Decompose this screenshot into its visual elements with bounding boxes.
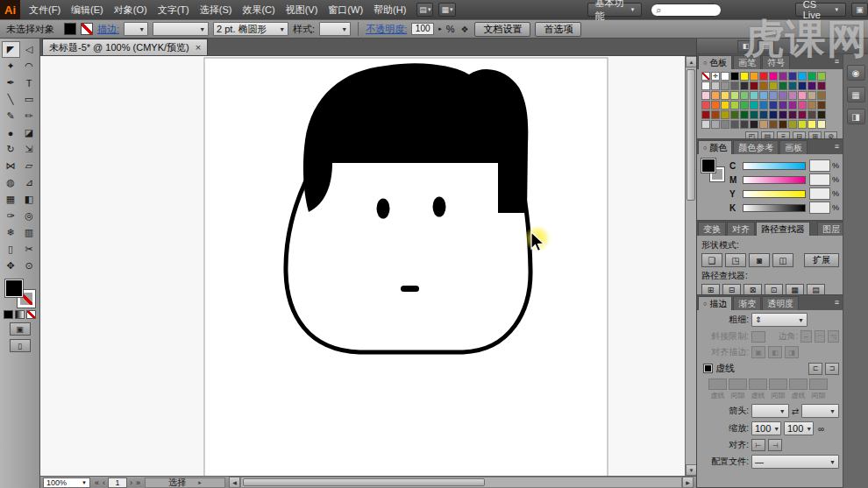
- dock-list-icon[interactable]: ▤: [758, 40, 774, 53]
- swatch[interactable]: [759, 72, 768, 81]
- swatch[interactable]: [779, 81, 787, 90]
- swatch[interactable]: [701, 110, 710, 119]
- slice-tool[interactable]: ✂: [20, 241, 39, 258]
- pencil-tool[interactable]: ✏: [20, 108, 39, 124]
- tab-color-guide[interactable]: 颜色参考: [733, 140, 779, 154]
- tab-symbols[interactable]: 符号: [762, 55, 790, 69]
- none-mode-button[interactable]: [26, 310, 36, 319]
- swatch[interactable]: [788, 81, 797, 90]
- scroll-right-icon[interactable]: ▶: [682, 477, 694, 488]
- type-tool[interactable]: T: [20, 74, 39, 91]
- swatch-libraries-icon[interactable]: ◰: [745, 131, 758, 138]
- swatch[interactable]: [798, 81, 807, 90]
- swatch[interactable]: [750, 72, 758, 81]
- swatch[interactable]: [798, 110, 807, 119]
- swatch[interactable]: [721, 81, 729, 90]
- swatch[interactable]: [711, 120, 720, 129]
- collapsed-panel-icon-3[interactable]: ◨: [847, 109, 865, 124]
- dash-value-field[interactable]: [789, 378, 808, 390]
- swatch[interactable]: [779, 101, 787, 110]
- new-swatch-icon[interactable]: ⊞: [808, 131, 822, 138]
- swatch[interactable]: [798, 101, 807, 110]
- swatch[interactable]: [798, 91, 807, 100]
- swatch[interactable]: ✛: [711, 72, 720, 81]
- eraser-tool[interactable]: ◪: [20, 124, 39, 141]
- swatch[interactable]: [750, 101, 758, 110]
- intersect-button[interactable]: ◙: [749, 253, 770, 267]
- line-segment-tool[interactable]: ╲: [2, 91, 20, 108]
- swatch[interactable]: [788, 91, 797, 100]
- dock-gradient-icon[interactable]: ◧: [737, 40, 754, 53]
- align-arrow-end-icon[interactable]: ⊣: [768, 439, 782, 451]
- trim-button[interactable]: ⊟: [722, 284, 741, 294]
- crop-button[interactable]: ⊡: [765, 284, 783, 294]
- arrow-end-combo[interactable]: ▼: [801, 404, 839, 418]
- tab-artboards[interactable]: 画板: [779, 140, 808, 154]
- channel-value-field[interactable]: [809, 187, 830, 200]
- stroke-weight-combo[interactable]: ▼: [124, 22, 148, 36]
- swatch[interactable]: [711, 101, 720, 110]
- width-tool[interactable]: ⋈: [2, 158, 20, 174]
- swatch[interactable]: [808, 72, 816, 81]
- horizontal-scrollbar[interactable]: ◀ ▶: [229, 477, 694, 488]
- swatch[interactable]: [721, 101, 729, 110]
- swatch[interactable]: [701, 81, 710, 90]
- swatch-kinds-icon[interactable]: ▤: [761, 131, 774, 138]
- swatch[interactable]: [759, 101, 768, 110]
- menu-item[interactable]: 选择(S): [195, 0, 238, 19]
- fill-color-indicator[interactable]: [64, 23, 76, 35]
- zoom-tool[interactable]: ⊙: [20, 258, 39, 274]
- arrange-documents-icon[interactable]: ▤▾: [416, 3, 433, 17]
- swatch[interactable]: [759, 81, 768, 90]
- first-artboard-icon[interactable]: «: [94, 478, 100, 487]
- mesh-tool[interactable]: ▦: [2, 191, 20, 208]
- arrow-scale-end-field[interactable]: 100▼: [784, 421, 814, 435]
- app-logo[interactable]: Ai: [0, 0, 20, 19]
- swap-arrowheads-icon[interactable]: ⇄: [792, 407, 799, 416]
- hand-tool[interactable]: ✥: [2, 258, 20, 274]
- selection-tool[interactable]: ◤: [2, 41, 20, 58]
- arrow-scale-start-field[interactable]: 100▼: [751, 421, 781, 435]
- menu-item[interactable]: 文字(T): [153, 0, 195, 19]
- swatch[interactable]: [769, 110, 778, 119]
- minus-front-button[interactable]: ◳: [725, 253, 746, 267]
- swatch[interactable]: [808, 91, 816, 100]
- opacity-link[interactable]: 不透明度:: [366, 23, 407, 36]
- dash-value-field[interactable]: [809, 378, 828, 390]
- swatch[interactable]: [701, 72, 710, 81]
- swatch[interactable]: [779, 72, 787, 81]
- tab-align[interactable]: 对齐: [727, 222, 755, 236]
- swatch[interactable]: [817, 120, 826, 129]
- tab-stroke[interactable]: ○描边: [698, 296, 732, 310]
- artboard-tool[interactable]: ▯: [2, 241, 20, 258]
- swatch[interactable]: [808, 101, 816, 110]
- swatch[interactable]: [721, 72, 729, 81]
- swatch[interactable]: [779, 91, 787, 100]
- swatch[interactable]: [730, 91, 739, 100]
- graph-tool[interactable]: ▥: [20, 224, 39, 241]
- swatch[interactable]: [817, 91, 826, 100]
- opacity-field[interactable]: 100: [411, 23, 434, 35]
- swatch[interactable]: [740, 110, 749, 119]
- shape-builder-tool[interactable]: ◍: [2, 174, 20, 191]
- swatch[interactable]: [808, 110, 816, 119]
- swatch[interactable]: [750, 110, 758, 119]
- direct-selection-tool[interactable]: ◁: [20, 41, 39, 58]
- swatch[interactable]: [817, 81, 826, 90]
- swatch[interactable]: [750, 91, 758, 100]
- workspace-switcher-button[interactable]: 基本功能▾: [587, 3, 643, 17]
- stroke-panel-link[interactable]: 描边:: [97, 23, 119, 36]
- swatch[interactable]: [740, 120, 749, 129]
- menu-item[interactable]: 效果(C): [237, 0, 280, 19]
- menu-item[interactable]: 视图(V): [281, 0, 324, 19]
- horizontal-scroll-thumb[interactable]: [243, 478, 485, 486]
- dashed-line-checkbox[interactable]: [703, 364, 713, 373]
- gradient-mode-button[interactable]: [15, 310, 25, 319]
- swatch[interactable]: [769, 91, 778, 100]
- next-artboard-icon[interactable]: ›: [129, 478, 133, 487]
- unite-button[interactable]: ❑: [701, 253, 722, 267]
- preserve-dashes-icon[interactable]: ⊏: [808, 363, 822, 375]
- search-input[interactable]: ⌕: [651, 4, 721, 17]
- swatch[interactable]: [788, 120, 797, 129]
- menu-item[interactable]: 文件(F): [24, 0, 66, 19]
